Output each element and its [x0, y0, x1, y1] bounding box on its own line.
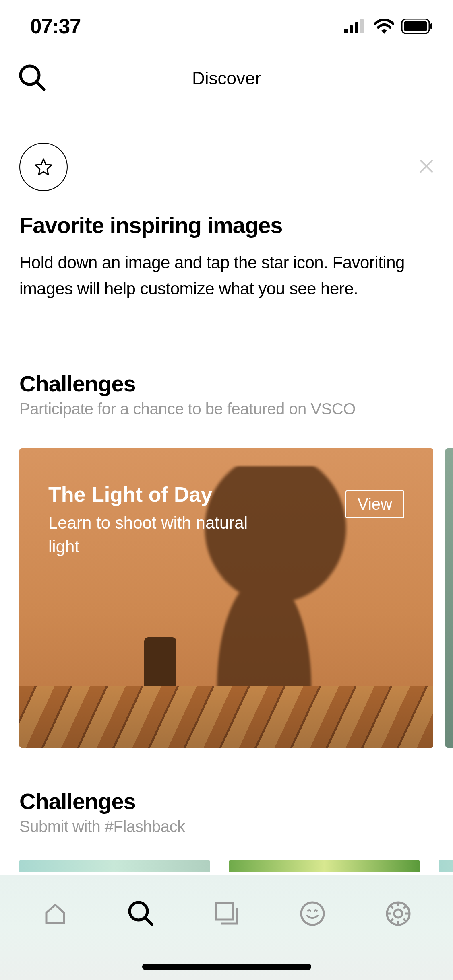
section-subtitle: Submit with #Flashback — [19, 817, 434, 836]
svg-point-16 — [394, 910, 402, 918]
tab-discover[interactable] — [123, 896, 159, 932]
dismiss-tip-button[interactable] — [419, 159, 434, 175]
svg-line-8 — [37, 82, 44, 89]
flashback-card[interactable] — [439, 860, 453, 872]
star-icon — [34, 158, 53, 176]
svg-point-14 — [301, 902, 324, 925]
tip-title: Favorite inspiring images — [19, 212, 434, 238]
home-icon — [42, 901, 68, 926]
svg-rect-6 — [430, 23, 432, 29]
status-indicators — [344, 19, 433, 34]
svg-rect-0 — [344, 29, 348, 33]
favorites-icon-circle[interactable] — [19, 143, 68, 191]
search-icon — [127, 900, 155, 928]
cellular-icon — [344, 19, 367, 33]
gear-icon — [385, 900, 412, 927]
svg-rect-5 — [404, 21, 427, 31]
svg-line-22 — [403, 919, 406, 922]
svg-line-21 — [390, 906, 393, 908]
header: Discover — [0, 52, 453, 105]
search-button[interactable] — [18, 64, 46, 93]
status-bar: 07:37 — [0, 0, 453, 52]
home-indicator[interactable] — [142, 964, 311, 970]
svg-rect-13 — [216, 903, 233, 920]
stack-icon — [213, 900, 240, 927]
svg-rect-2 — [355, 22, 358, 33]
smile-icon — [299, 900, 326, 927]
favorites-tip-card: Favorite inspiring images Hold down an i… — [19, 143, 434, 328]
status-time: 07:37 — [30, 14, 81, 38]
battery-icon — [401, 19, 433, 34]
tab-studio[interactable] — [209, 896, 245, 932]
tab-feed[interactable] — [294, 896, 331, 932]
flashback-carousel[interactable] — [0, 860, 453, 872]
close-icon — [419, 159, 434, 173]
view-button[interactable]: View — [345, 490, 404, 518]
challenge-card[interactable]: The Light of Day Learn to shoot with nat… — [19, 448, 433, 748]
section-title: Challenges — [19, 788, 434, 814]
flashback-card[interactable] — [229, 860, 420, 872]
tab-home[interactable] — [37, 896, 73, 932]
svg-line-23 — [403, 906, 406, 908]
flashback-card[interactable] — [19, 860, 210, 872]
tip-description: Hold down an image and tap the star icon… — [19, 249, 434, 302]
challenges-carousel[interactable]: The Light of Day Learn to shoot with nat… — [0, 448, 453, 748]
section-title: Challenges — [19, 371, 434, 397]
svg-rect-1 — [350, 25, 353, 33]
challenges-section-2: Challenges Submit with #Flashback — [19, 788, 434, 872]
challenges-section: Challenges Participate for a chance to b… — [19, 371, 434, 748]
challenge-card-next[interactable] — [445, 448, 453, 748]
search-icon — [18, 64, 46, 92]
section-subtitle: Participate for a chance to be featured … — [19, 400, 434, 418]
card-image-detail — [144, 637, 176, 700]
wifi-icon — [374, 19, 394, 34]
svg-rect-3 — [360, 19, 364, 33]
svg-line-24 — [390, 919, 393, 922]
tab-bar — [0, 875, 453, 980]
page-title: Discover — [192, 68, 261, 89]
tab-profile[interactable] — [380, 896, 416, 932]
challenge-description: Learn to shoot with natural light — [48, 511, 258, 559]
svg-line-12 — [145, 918, 152, 924]
